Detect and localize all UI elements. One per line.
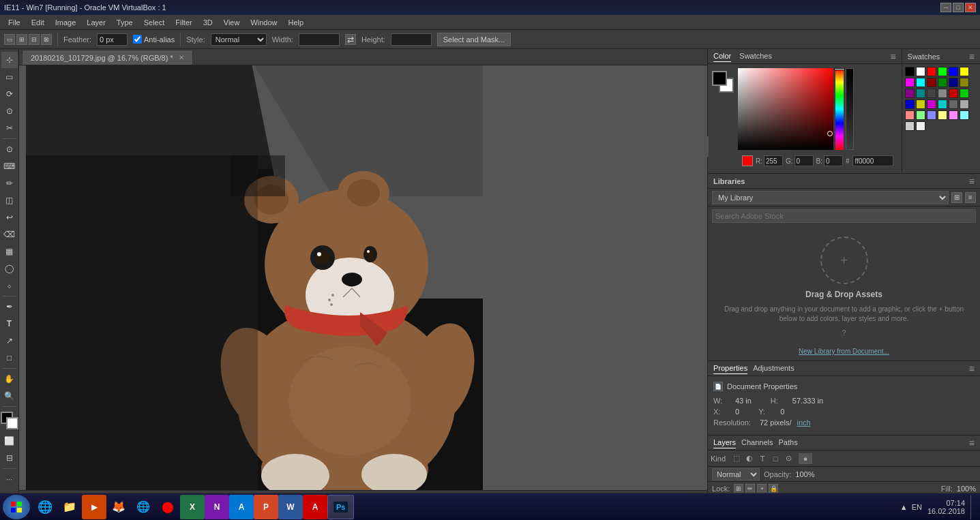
taskbar-acrobat-icon[interactable]: A [303, 495, 327, 519]
tab-close-button[interactable]: ✕ [179, 54, 184, 61]
minimize-button[interactable]: ─ [940, 3, 951, 12]
swatches-menu[interactable]: ≡ [969, 51, 975, 62]
swatch-color[interactable] [949, 78, 958, 87]
swatch-color[interactable] [960, 67, 969, 76]
quick-selection-button[interactable]: ⊙ [1, 103, 18, 119]
menu-filter[interactable]: Filter [170, 17, 197, 28]
taskbar-onenote-icon[interactable]: N [205, 495, 229, 519]
start-button[interactable] [3, 495, 30, 519]
system-clock[interactable]: 07:14 16.02.2018 [927, 499, 965, 515]
swatch-color[interactable] [927, 100, 936, 109]
list-view-icon[interactable]: ≡ [965, 192, 976, 203]
hue-bar[interactable] [835, 68, 844, 150]
intersect-selection-icon[interactable]: ⊠ [41, 34, 52, 45]
hex-input[interactable] [852, 155, 893, 166]
swatch-color[interactable] [960, 110, 969, 120]
swatch-color[interactable] [927, 78, 936, 87]
swatch-color[interactable] [949, 100, 958, 109]
taskbar-opera-icon[interactable]: ⬤ [155, 495, 180, 519]
quick-mask-button[interactable]: ⬜ [1, 433, 18, 449]
lock-artboard-icon[interactable]: + [757, 484, 767, 493]
type-button[interactable]: T [1, 316, 18, 332]
taskbar-outlook-icon[interactable]: A [229, 495, 254, 519]
maximize-button[interactable]: □ [953, 3, 964, 12]
menu-image[interactable]: Image [50, 17, 82, 28]
swatch-color[interactable] [916, 100, 925, 109]
width-input[interactable] [299, 33, 340, 46]
alpha-bar[interactable] [846, 68, 854, 150]
layers-menu[interactable]: ≡ [969, 438, 975, 448]
b-input[interactable] [824, 155, 843, 166]
swatches-tab-color[interactable]: Swatches [739, 50, 772, 62]
swatch-color[interactable] [905, 121, 915, 131]
color-tab[interactable]: Color [713, 50, 731, 62]
swatch-color[interactable] [960, 78, 969, 87]
crop-button[interactable]: ✂ [1, 120, 18, 136]
swatch-color[interactable] [960, 89, 969, 98]
paths-tab[interactable]: Paths [779, 437, 798, 448]
swatch-color[interactable] [905, 110, 915, 120]
lasso-button[interactable]: ⟳ [1, 86, 18, 102]
smart-filter-icon[interactable]: ⊙ [783, 453, 794, 464]
swatch-color[interactable] [916, 78, 925, 87]
swatch-color[interactable] [938, 67, 947, 76]
channels-tab[interactable]: Channels [741, 437, 773, 448]
brush-button[interactable]: ✏ [1, 175, 18, 192]
grid-view-icon[interactable]: ⊞ [951, 192, 962, 203]
swatch-color[interactable] [949, 89, 958, 98]
height-input[interactable] [391, 33, 432, 46]
lock-pixels-icon[interactable]: ⊞ [734, 484, 743, 493]
select-mask-button[interactable]: Select and Mask... [437, 33, 511, 46]
feather-input[interactable] [97, 33, 128, 46]
menu-file[interactable]: File [3, 17, 26, 28]
new-library-link[interactable]: New Library from Document... [799, 348, 889, 355]
subtract-selection-icon[interactable]: ⊟ [29, 34, 40, 45]
tray-expand[interactable]: ▲ [900, 503, 908, 511]
shape-filter-icon[interactable]: □ [770, 453, 781, 464]
color-preview[interactable] [742, 155, 753, 166]
color-panel-menu[interactable]: ≡ [890, 51, 895, 62]
taskbar-excel-icon[interactable]: X [180, 495, 205, 519]
swatch-color[interactable] [938, 110, 947, 120]
swatch-color[interactable] [927, 67, 936, 76]
swatch-color[interactable] [927, 89, 936, 98]
close-button[interactable]: ✕ [965, 3, 976, 12]
panel-collapse-handle[interactable] [703, 136, 709, 157]
swatch-color[interactable] [916, 121, 925, 131]
swap-dimensions-icon[interactable]: ⇄ [345, 34, 356, 45]
dnd-help[interactable]: ? [842, 329, 846, 337]
menu-select[interactable]: Select [138, 17, 170, 28]
blur-button[interactable]: ◯ [1, 260, 18, 277]
menu-view[interactable]: View [218, 17, 246, 28]
pen-button[interactable]: ✒ [1, 299, 18, 315]
pixel-filter-icon[interactable]: ⬚ [731, 453, 742, 464]
blend-mode-select[interactable]: Normal Multiply Screen [712, 468, 760, 480]
libraries-menu[interactable]: ≡ [969, 176, 975, 187]
properties-tab[interactable]: Properties [713, 363, 747, 374]
swatch-color[interactable] [927, 110, 936, 120]
eyedropper-button[interactable]: ⊙ [1, 141, 18, 157]
taskbar-photoshop-app[interactable]: Ps [327, 495, 354, 519]
swatch-color[interactable] [905, 89, 915, 98]
style-select[interactable]: Normal Fixed Ratio Fixed Size [211, 33, 267, 46]
shape-button[interactable]: □ [1, 350, 18, 366]
opacity-value[interactable]: 100% [795, 470, 819, 478]
taskbar-word-icon[interactable]: W [278, 495, 303, 519]
move-tool-button[interactable]: ⊹ [1, 52, 18, 68]
image-tab[interactable]: 20180216_101729.jpg @ 16.7% (RGB/8) * ✕ [22, 50, 193, 65]
menu-layer[interactable]: Layer [81, 17, 111, 28]
add-selection-icon[interactable]: ⊞ [16, 34, 27, 45]
new-selection-icon[interactable]: ▭ [4, 34, 15, 45]
taskbar-ie-icon[interactable]: 🌐 [33, 495, 57, 519]
fg-bg-color-widget[interactable] [1, 412, 18, 429]
taskbar-chrome-icon[interactable]: 🌐 [131, 495, 155, 519]
swatch-color[interactable] [916, 89, 925, 98]
eraser-button[interactable]: ⌫ [1, 226, 18, 243]
show-desktop-button[interactable] [970, 495, 975, 519]
r-input[interactable] [764, 155, 783, 166]
dodge-button[interactable]: ⬦ [1, 277, 18, 294]
layers-tab[interactable]: Layers [713, 437, 736, 448]
adjustment-filter-icon[interactable]: ◐ [744, 453, 755, 464]
swatch-color[interactable] [916, 67, 925, 76]
taskbar-mediaplayer-icon[interactable]: ▶ [82, 495, 106, 519]
